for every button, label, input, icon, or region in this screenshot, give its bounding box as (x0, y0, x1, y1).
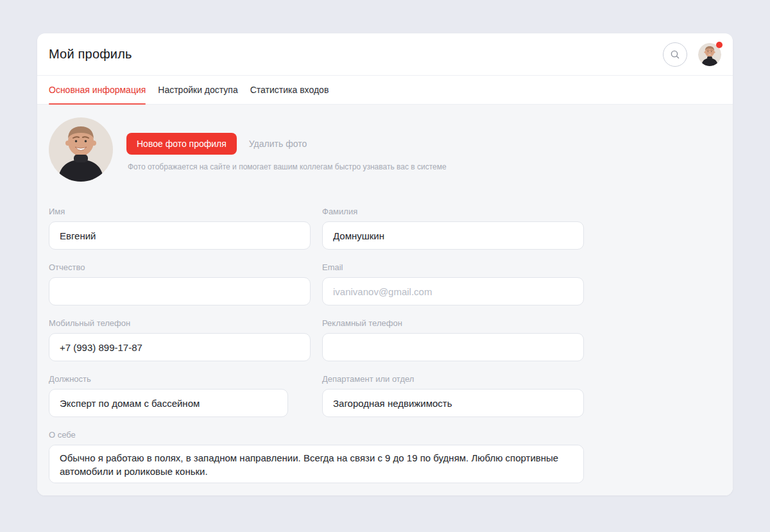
tab-main-info[interactable]: Основная информация (49, 76, 146, 104)
email-input[interactable] (322, 277, 584, 305)
about-textarea[interactable]: Обычно я работаю в полях, в западном нап… (49, 445, 584, 483)
first-name-input[interactable] (49, 221, 311, 250)
position-label: Должность (49, 374, 311, 384)
header-actions (663, 42, 721, 67)
profile-photo (49, 117, 113, 182)
department-input[interactable] (322, 389, 584, 417)
promo-phone-label: Рекламный телефон (322, 318, 584, 329)
middle-name-input[interactable] (49, 277, 311, 305)
position-input[interactable] (49, 389, 288, 417)
middle-name-label: Отчество (49, 262, 311, 273)
search-icon (670, 49, 680, 60)
promo-phone-input[interactable] (322, 333, 584, 361)
profile-card: Мой профиль (37, 33, 733, 495)
field-first-name: Имя (49, 207, 311, 250)
first-name-label: Имя (49, 207, 311, 217)
about-label: О себе (49, 430, 721, 440)
field-department: Департамент или отдел (322, 374, 584, 417)
field-mobile-phone: Мобильный телефон (49, 318, 311, 361)
photo-controls: Новое фото профиля Удалить фото Фото ото… (126, 117, 447, 182)
mobile-phone-input[interactable] (49, 333, 311, 361)
last-name-label: Фамилия (322, 207, 584, 217)
field-about: О себе Обычно я работаю в полях, в запад… (49, 430, 721, 483)
user-menu-avatar[interactable] (698, 43, 721, 66)
new-photo-button[interactable]: Новое фото профиля (126, 133, 237, 155)
page-title: Мой профиль (49, 47, 132, 62)
main-content: Новое фото профиля Удалить фото Фото ото… (37, 105, 733, 495)
profile-form: Имя Фамилия Отчество Email Мобильный тел… (49, 207, 721, 417)
field-position: Должность (49, 374, 311, 417)
search-button[interactable] (663, 42, 687, 67)
field-middle-name: Отчество (49, 262, 311, 305)
delete-photo-button[interactable]: Удалить фото (237, 133, 319, 155)
tabs: Основная информация Настройки доступа Ст… (37, 76, 733, 105)
tab-access-settings[interactable]: Настройки доступа (158, 76, 237, 104)
field-promo-phone: Рекламный телефон (322, 318, 584, 361)
tab-login-stats[interactable]: Статистика входов (250, 76, 329, 104)
photo-buttons: Новое фото профиля Удалить фото (126, 133, 447, 155)
email-label: Email (322, 262, 584, 273)
field-email: Email (322, 262, 584, 305)
card-header: Мой профиль (37, 33, 733, 76)
department-label: Департамент или отдел (322, 374, 584, 384)
mobile-phone-label: Мобильный телефон (49, 318, 311, 329)
notification-dot-icon (716, 42, 723, 48)
user-avatar-large-icon (49, 117, 113, 182)
photo-section: Новое фото профиля Удалить фото Фото ото… (49, 117, 721, 182)
last-name-input[interactable] (322, 221, 584, 250)
photo-hint: Фото отображается на сайте и помогает ва… (126, 162, 447, 171)
field-last-name: Фамилия (322, 207, 584, 250)
